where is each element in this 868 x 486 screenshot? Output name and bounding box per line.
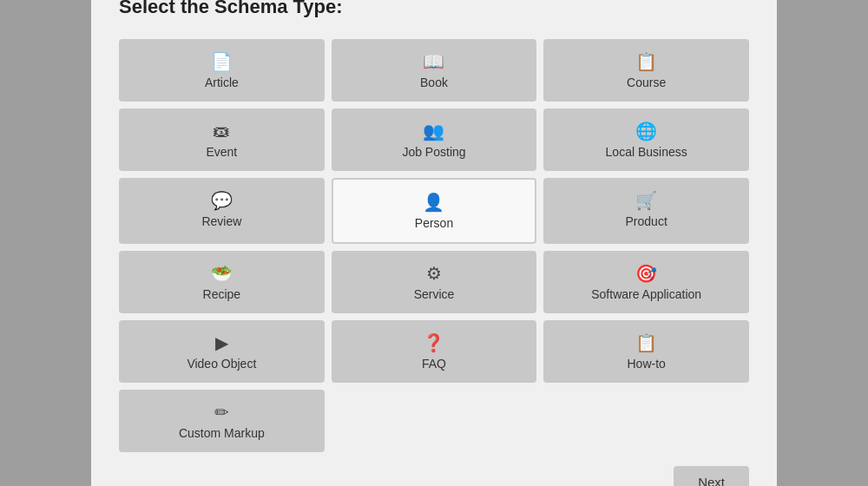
software-application-icon: 🎯 [635,265,657,282]
schema-btn-book[interactable]: 📖 Book [332,39,537,102]
course-icon: 📋 [635,53,657,70]
schema-btn-product[interactable]: 🛒 Product [543,178,749,244]
custom-markup-label: Custom Markup [179,426,265,440]
schema-btn-custom-markup[interactable]: ✏ Custom Markup [119,390,325,452]
article-label: Article [205,76,239,89]
service-icon: ⚙ [426,265,442,282]
schema-btn-service[interactable]: ⚙ Service [332,251,537,313]
schema-btn-review[interactable]: 💬 Review [119,178,325,244]
job-posting-icon: 👥 [423,122,444,140]
service-label: Service [414,287,455,301]
schema-type-grid: 📄 Article 📖 Book 📋 Course 🎟 Event 👥 Job … [119,39,749,383]
faq-label: FAQ [422,357,446,371]
event-label: Event [206,145,237,159]
schema-btn-how-to[interactable]: 📋 How-to [543,320,749,383]
schema-btn-local-business[interactable]: 🌐 Local Business [543,108,749,171]
dialog-title: Select the Schema Type: [119,0,749,18]
dialog-footer: Next [119,466,749,487]
product-label: Product [626,214,667,228]
how-to-label: How-to [627,357,665,371]
person-label: Person [415,216,453,230]
schema-btn-course[interactable]: 📋 Course [543,39,749,102]
recipe-label: Recipe [203,287,241,301]
custom-markup-icon: ✏ [214,404,229,421]
schema-btn-event[interactable]: 🎟 Event [119,108,325,171]
faq-icon: ❓ [423,334,444,351]
schema-btn-software-application[interactable]: 🎯 Software Application [543,251,749,313]
article-icon: 📄 [211,53,233,70]
local-business-label: Local Business [606,145,687,159]
schema-btn-recipe[interactable]: 🥗 Recipe [119,251,325,313]
course-label: Course [627,76,666,89]
schema-btn-article[interactable]: 📄 Article [119,39,325,102]
book-label: Book [420,76,448,89]
next-button[interactable]: Next [674,466,749,487]
review-label: Review [201,214,241,228]
video-object-label: Video Object [187,357,256,371]
schema-btn-job-posting[interactable]: 👥 Job Posting [332,108,537,171]
schema-type-dialog: Select the Schema Type: 📄 Article 📖 Book… [91,0,777,486]
person-icon: 👤 [423,194,444,211]
schema-btn-faq[interactable]: ❓ FAQ [332,320,537,383]
local-business-icon: 🌐 [635,122,657,140]
product-icon: 🛒 [635,192,657,209]
job-posting-label: Job Posting [402,145,465,159]
how-to-icon: 📋 [635,334,657,351]
schema-btn-person[interactable]: 👤 Person [332,178,537,244]
recipe-icon: 🥗 [211,265,233,282]
schema-btn-video-object[interactable]: ▶ Video Object [119,320,325,383]
review-icon: 💬 [211,192,233,209]
software-application-label: Software Application [591,287,701,301]
event-icon: 🎟 [213,122,230,140]
video-object-icon: ▶ [215,334,228,351]
book-icon: 📖 [423,53,444,70]
